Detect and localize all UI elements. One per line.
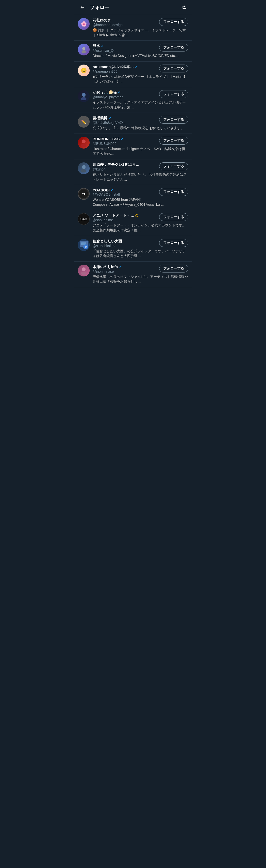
user-content: rariemonn@Live2D本… ✓ @rariemonn765 フォローす… bbox=[93, 65, 188, 84]
user-name-section: 佐倉としたい大西 @s_toshitai_o bbox=[93, 239, 157, 248]
avatar: 🌸 bbox=[78, 18, 90, 30]
user-display-name: アニメ ソードアート・… ⬡ bbox=[93, 213, 157, 218]
user-display-name: BUNBUN－SSS ✓ bbox=[93, 137, 157, 142]
user-handle: @inoriminase bbox=[93, 270, 157, 274]
user-handle: @hanamori_design bbox=[93, 23, 157, 27]
user-handle: @Un4v5s8bgsVk9Xp bbox=[93, 121, 157, 125]
follow-button[interactable]: フォローする bbox=[159, 137, 188, 145]
svg-point-6 bbox=[82, 165, 86, 169]
user-name-section: がおう⚓🌕🌤 ✓ @umaiyo_puyoman bbox=[93, 90, 157, 99]
user-bio: イラストレーター。ラストアイデアメインビジュアル他ゲームラノベのお仕事等。湊… bbox=[93, 100, 188, 110]
user-bio: Illustrator / Character designer ラノベ、SAO… bbox=[93, 147, 188, 156]
follow-button[interactable]: フォローする bbox=[159, 43, 188, 52]
user-display-name: 川原礫；デモクレ3巻11月… bbox=[93, 162, 157, 167]
user-handle: @rariemonn765 bbox=[93, 69, 157, 73]
list-item: SAO アニメ ソードアート・… ⬡ @sao_anime フォローする アニメ… bbox=[74, 210, 192, 236]
user-header-row: 臼水 ✓ @usumizu_Q フォローする bbox=[93, 43, 188, 53]
user-display-name: 冨樫義博 ✓ bbox=[93, 116, 157, 121]
list-item: BUNBUN－SSS ✓ @BUNBUN922 フォローする Illustrat… bbox=[74, 134, 192, 159]
user-bio: 寝たり食ったり読んだり書いたり。 お仕事関係のご連絡はストレートエッジさん… bbox=[93, 172, 188, 182]
svg-point-5 bbox=[81, 144, 87, 147]
follow-button[interactable]: フォローする bbox=[159, 18, 188, 26]
avatar bbox=[78, 137, 90, 149]
list-item: YA YOASOBI ✓ @YOASOBI_staff フォローする We ar… bbox=[74, 185, 192, 210]
list-item: 水瀬いのりinfo ✓ @inoriminase フォローする 声優水瀬いのりの… bbox=[74, 262, 192, 287]
user-bio: Director / Movie Designer ■MV/PV/LiveBG/… bbox=[93, 54, 188, 58]
user-content: 水瀬いのりinfo ✓ @inoriminase フォローする 声優水瀬いのりの… bbox=[93, 265, 188, 284]
list-item: 川原礫；デモクレ3巻11月… @kunori フォローする 寝たり食ったり読んだ… bbox=[74, 159, 192, 185]
user-list: 🌸 花杜ゆのき @hanamori_design フォローする 🍪 雑多 ｜ グ… bbox=[74, 15, 192, 287]
user-header-row: アニメ ソードアート・… ⬡ @sao_anime フォローする bbox=[93, 213, 188, 222]
user-content: がおう⚓🌕🌤 ✓ @umaiyo_puyoman フォローする イラストレーター… bbox=[93, 90, 188, 110]
follow-button[interactable]: フォローする bbox=[159, 188, 188, 196]
avatar: 佐 bbox=[78, 239, 90, 251]
user-bio: We are YOASOBI from JAPAN! Composer:Ayas… bbox=[93, 197, 188, 207]
user-bio: 公式()です。 主に原稿の 進捗状況を お伝えしていきます。 bbox=[93, 126, 188, 131]
app-container: フォロー 🌸 花杜ゆのき @hanamori_design フォローする bbox=[74, 0, 192, 287]
header: フォロー bbox=[74, 0, 192, 15]
list-item: 😊 rariemonn@Live2D本… ✓ @rariemonn765 フォロ… bbox=[74, 62, 192, 87]
svg-point-15 bbox=[82, 267, 86, 271]
svg-text:YA: YA bbox=[82, 193, 86, 196]
svg-point-4 bbox=[82, 140, 86, 143]
user-content: 臼水 ✓ @usumizu_Q フォローする Director / Movie … bbox=[93, 43, 188, 58]
gold-verified-icon: ⬡ bbox=[135, 214, 138, 218]
follow-button[interactable]: フォローする bbox=[159, 213, 188, 221]
user-display-name: 花杜ゆのき bbox=[93, 18, 157, 23]
verified-icon: ✓ bbox=[110, 188, 113, 192]
follow-button[interactable]: フォローする bbox=[159, 265, 188, 273]
user-name-section: 水瀬いのりinfo ✓ @inoriminase bbox=[93, 265, 157, 274]
follow-button[interactable]: フォローする bbox=[159, 162, 188, 170]
verified-icon: ✓ bbox=[108, 116, 111, 120]
user-header-row: 花杜ゆのき @hanamori_design フォローする bbox=[93, 18, 188, 27]
add-user-button[interactable] bbox=[179, 3, 188, 12]
user-display-name: rariemonn@Live2D本… ✓ bbox=[93, 65, 157, 69]
user-bio: 声優水瀬いのりのオフィシャルinfo。アーティスト活動情報や各種出演情報等をお知… bbox=[93, 275, 188, 284]
user-header-row: 水瀬いのりinfo ✓ @inoriminase フォローする bbox=[93, 265, 188, 274]
verified-icon: ✓ bbox=[121, 137, 124, 141]
avatar: SAO bbox=[78, 213, 90, 225]
list-item: 佐 佐倉としたい大西 @s_toshitai_o フォローする 「佐倉としたい大… bbox=[74, 236, 192, 262]
user-header-row: rariemonn@Live2D本… ✓ @rariemonn765 フォローす… bbox=[93, 65, 188, 73]
verified-icon: ✓ bbox=[118, 90, 121, 94]
user-handle: @s_toshitai_o bbox=[93, 244, 157, 248]
user-bio: 🍪 雑多 ｜ グラフィックデザイナー、イラストレーターです ｜ Skeb ▶ s… bbox=[93, 28, 188, 37]
follow-button[interactable]: フォローする bbox=[159, 90, 188, 98]
user-content: 佐倉としたい大西 @s_toshitai_o フォローする 「佐倉としたい大西」… bbox=[93, 239, 188, 258]
follow-button[interactable]: フォローする bbox=[159, 65, 188, 72]
follow-button[interactable]: フォローする bbox=[159, 239, 188, 247]
user-content: BUNBUN－SSS ✓ @BUNBUN922 フォローする Illustrat… bbox=[93, 137, 188, 156]
user-content: 冨樫義博 ✓ @Un4v5s8bgsVk9Xp フォローする 公式()です。 主… bbox=[93, 116, 188, 131]
user-content: アニメ ソードアート・… ⬡ @sao_anime フォローする アニメ「ソード… bbox=[93, 213, 188, 232]
user-name-section: 冨樫義博 ✓ @Un4v5s8bgsVk9Xp bbox=[93, 116, 157, 125]
list-item: がおう⚓🌕🌤 ✓ @umaiyo_puyoman フォローする イラストレーター… bbox=[74, 87, 192, 113]
svg-point-3 bbox=[81, 97, 87, 100]
verified-icon: ✓ bbox=[119, 265, 122, 269]
user-handle: @umaiyo_puyoman bbox=[93, 95, 157, 99]
user-handle: @sao_anime bbox=[93, 218, 157, 222]
user-header-row: 佐倉としたい大西 @s_toshitai_o フォローする bbox=[93, 239, 188, 248]
user-name-section: 川原礫；デモクレ3巻11月… @kunori bbox=[93, 162, 157, 171]
follow-button[interactable]: フォローする bbox=[159, 116, 188, 124]
back-button[interactable] bbox=[78, 3, 87, 12]
user-header-row: 川原礫；デモクレ3巻11月… @kunori フォローする bbox=[93, 162, 188, 171]
user-display-name: 水瀬いのりinfo ✓ bbox=[93, 265, 157, 269]
svg-point-2 bbox=[82, 93, 86, 97]
user-handle: @YOASOBI_staff bbox=[93, 192, 157, 196]
list-item: ✏️ 冨樫義博 ✓ @Un4v5s8bgsVk9Xp フォローする 公式()です… bbox=[74, 113, 192, 134]
svg-point-16 bbox=[81, 272, 87, 275]
user-name-section: BUNBUN－SSS ✓ @BUNBUN922 bbox=[93, 137, 157, 146]
user-name-section: アニメ ソードアート・… ⬡ @sao_anime bbox=[93, 213, 157, 222]
avatar bbox=[78, 162, 90, 174]
user-handle: @BUNBUN922 bbox=[93, 142, 157, 146]
user-content: 川原礫；デモクレ3巻11月… @kunori フォローする 寝たり食ったり読んだ… bbox=[93, 162, 188, 182]
user-header-row: 冨樫義博 ✓ @Un4v5s8bgsVk9Xp フォローする bbox=[93, 116, 188, 125]
user-name-section: 臼水 ✓ @usumizu_Q bbox=[93, 43, 157, 53]
user-content: YOASOBI ✓ @YOASOBI_staff フォローする We are Y… bbox=[93, 188, 188, 207]
user-name-section: YOASOBI ✓ @YOASOBI_staff bbox=[93, 188, 157, 196]
user-bio: ■フリーランス/Live2Dデザイナー 【ホロライブ】【Varium】【ぶいすぽ… bbox=[93, 74, 188, 84]
page-title: フォロー bbox=[90, 4, 179, 11]
user-header-row: BUNBUN－SSS ✓ @BUNBUN922 フォローする bbox=[93, 137, 188, 146]
user-display-name: がおう⚓🌕🌤 ✓ bbox=[93, 90, 157, 95]
avatar bbox=[78, 265, 90, 276]
